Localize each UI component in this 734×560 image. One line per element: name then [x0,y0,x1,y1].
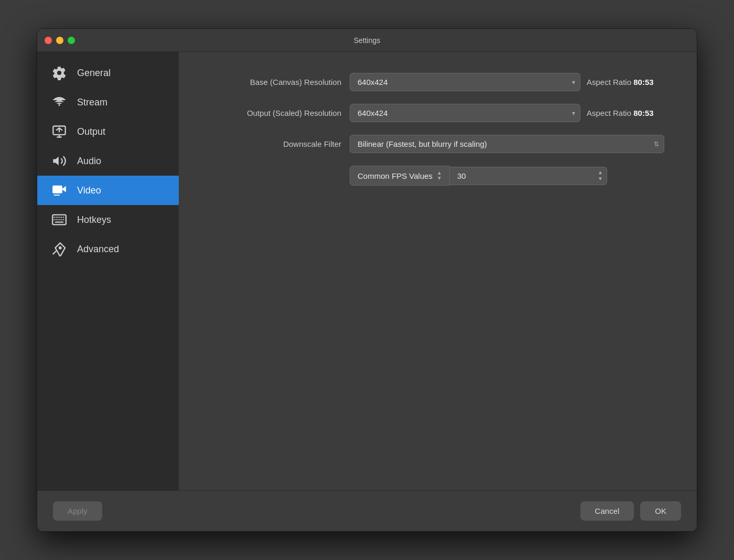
sidebar-item-hotkeys[interactable]: Hotkeys [37,205,179,234]
sidebar-item-advanced[interactable]: Advanced [37,234,179,264]
close-button[interactable] [45,37,52,44]
base-resolution-row: Base (Canvas) Resolution 640x424 ▾ Aspec… [205,73,671,91]
base-resolution-select[interactable]: 640x424 [350,73,580,91]
sidebar-label-hotkeys: Hotkeys [77,214,111,225]
downscale-filter-label: Downscale Filter [205,139,341,148]
fps-value-select[interactable]: 30 [450,167,607,185]
footer-right: Cancel OK [580,501,681,521]
fps-control: Common FPS Values ▲ ▼ 30 [350,166,671,186]
fps-mode-arrows: ▲ ▼ [437,170,442,181]
fps-stepper-icon: ▲ ▼ [598,169,603,182]
settings-form: Base (Canvas) Resolution 640x424 ▾ Aspec… [205,73,671,469]
svg-rect-2 [54,195,60,196]
sidebar-item-output[interactable]: Output [37,117,179,146]
minimize-button[interactable] [56,37,63,44]
sidebar-label-general: General [77,68,111,79]
svg-rect-1 [52,186,62,193]
ok-button[interactable]: OK [640,501,681,521]
traffic-lights [45,37,75,44]
apply-button[interactable]: Apply [53,501,102,521]
base-resolution-select-wrapper: 640x424 ▾ [350,73,580,91]
gear-icon [50,66,69,80]
fps-label-text: Common FPS Values [358,171,433,180]
sidebar-item-general[interactable]: General [37,58,179,88]
base-aspect-ratio: Aspect Ratio 80:53 [587,78,671,87]
maximize-button[interactable] [68,37,75,44]
output-resolution-select[interactable]: 640x424 [350,104,580,122]
output-resolution-label: Output (Scaled) Resolution [205,109,341,117]
output-resolution-row: Output (Scaled) Resolution 640x424 ▾ Asp… [205,104,671,122]
window-title: Settings [354,36,381,45]
hotkeys-icon [50,212,69,227]
advanced-icon [50,242,69,256]
sidebar-item-audio[interactable]: Audio [37,146,179,176]
output-resolution-control: 640x424 ▾ Aspect Ratio 80:53 [350,104,671,122]
video-icon [50,183,69,198]
sidebar: General Stream [37,52,179,490]
output-icon [50,124,69,139]
titlebar: Settings [37,29,697,52]
base-resolution-control: 640x424 ▾ Aspect Ratio 80:53 [350,73,671,91]
sidebar-label-audio: Audio [77,156,101,167]
sidebar-label-stream: Stream [77,97,107,108]
sidebar-label-advanced: Advanced [77,244,119,255]
content-area: General Stream [37,52,697,490]
svg-point-17 [59,246,62,250]
audio-icon [50,154,69,168]
fps-label-button[interactable]: Common FPS Values ▲ ▼ [350,166,450,186]
fps-combined: Common FPS Values ▲ ▼ 30 [350,166,607,186]
settings-window: Settings General [37,28,697,532]
sidebar-label-output: Output [77,126,105,137]
downscale-filter-select-wrapper: Bilinear (Fastest, but blurry if scaling… [350,135,664,153]
cancel-button[interactable]: Cancel [580,501,634,521]
sidebar-item-video[interactable]: Video [37,176,179,205]
downscale-filter-select[interactable]: Bilinear (Fastest, but blurry if scaling… [350,135,664,153]
downscale-filter-row: Downscale Filter Bilinear (Fastest, but … [205,135,671,153]
output-resolution-select-wrapper: 640x424 ▾ [350,104,580,122]
base-resolution-label: Base (Canvas) Resolution [205,78,341,87]
fps-value-wrapper: 30 ▲ ▼ [450,167,607,185]
downscale-filter-control: Bilinear (Fastest, but blurry if scaling… [350,135,671,153]
output-aspect-ratio: Aspect Ratio 80:53 [587,109,671,117]
fps-row: Common FPS Values ▲ ▼ 30 [205,166,671,186]
sidebar-label-video: Video [77,185,101,196]
footer: Apply Cancel OK [37,490,697,531]
stream-icon [50,95,69,110]
footer-left: Apply [53,501,102,521]
sidebar-item-stream[interactable]: Stream [37,88,179,117]
main-settings-panel: Base (Canvas) Resolution 640x424 ▾ Aspec… [179,52,697,490]
